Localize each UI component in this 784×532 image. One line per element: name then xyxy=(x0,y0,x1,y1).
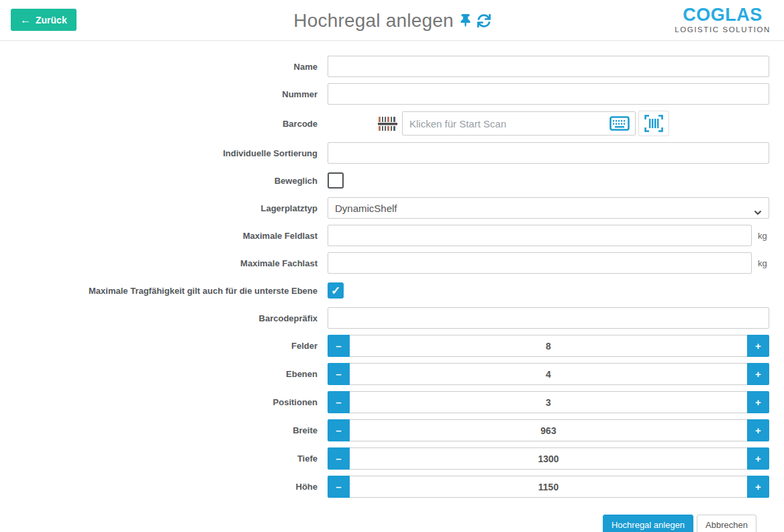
tiefe-value-input[interactable] xyxy=(350,447,747,470)
ebenen-increment-button[interactable]: + xyxy=(747,363,769,385)
tiefe-increment-button[interactable]: + xyxy=(747,447,769,470)
row-positionen: Positionen – + xyxy=(0,391,769,413)
row-sortierung: Individuelle Sortierung xyxy=(0,142,769,164)
row-name: Name xyxy=(0,56,769,77)
hoehe-stepper: – + xyxy=(328,476,769,498)
tragfaehigkeit-checkbox[interactable]: ✓ xyxy=(328,282,344,299)
felder-decrement-button[interactable]: – xyxy=(328,335,350,357)
beweglich-label: Beweglich xyxy=(0,176,317,186)
lagerplatztyp-label: Lagerplatztyp xyxy=(0,203,317,213)
chevron-down-icon xyxy=(754,206,762,217)
barcode-scan-button[interactable] xyxy=(638,111,669,136)
hoehe-increment-button[interactable]: + xyxy=(747,476,769,498)
fachlast-input[interactable] xyxy=(328,252,752,274)
barcode-widget xyxy=(378,111,669,136)
lagerplatztyp-select[interactable]: DynamicShelf xyxy=(328,197,769,219)
feldlast-unit: kg xyxy=(758,231,767,241)
tragfaehigkeit-label: Maximale Tragfähigkeit gilt auch für die… xyxy=(0,286,317,296)
sortierung-label: Individuelle Sortierung xyxy=(0,148,317,158)
row-fachlast: Maximale Fachlast kg xyxy=(0,252,769,274)
barcodepraefix-label: Barcodepräfix xyxy=(0,313,317,323)
sortierung-input[interactable] xyxy=(328,142,769,164)
name-label: Name xyxy=(0,62,317,72)
nummer-input[interactable] xyxy=(328,83,769,105)
barcode-scan-input[interactable] xyxy=(402,111,636,136)
feldlast-input[interactable] xyxy=(328,225,752,246)
cancel-button[interactable]: Abbrechen xyxy=(697,515,756,532)
lagerplatztyp-value: DynamicShelf xyxy=(335,203,397,214)
row-hoehe: Höhe – + xyxy=(0,476,769,498)
checkmark-icon: ✓ xyxy=(331,284,340,298)
felder-stepper: – + xyxy=(328,335,769,357)
row-lagerplatztyp: Lagerplatztyp DynamicShelf xyxy=(0,197,769,219)
felder-value-input[interactable] xyxy=(350,335,747,357)
ebenen-stepper: – + xyxy=(328,363,769,385)
breite-value-input[interactable] xyxy=(350,419,747,441)
row-felder: Felder – + xyxy=(0,335,769,357)
form-area: Name Nummer Barcode xyxy=(0,41,784,532)
feldlast-label: Maximale Feldlast xyxy=(0,231,317,241)
logo-name: COGLAS xyxy=(675,6,771,24)
ebenen-label: Ebenen xyxy=(0,369,317,379)
row-barcode: Barcode xyxy=(0,111,769,136)
breite-increment-button[interactable]: + xyxy=(747,419,769,441)
positionen-increment-button[interactable]: + xyxy=(747,391,769,413)
ebenen-value-input[interactable] xyxy=(350,363,747,385)
keyboard-icon[interactable] xyxy=(609,116,630,131)
barcodepraefix-input[interactable] xyxy=(328,307,769,329)
row-ebenen: Ebenen – + xyxy=(0,363,769,385)
tiefe-label: Tiefe xyxy=(0,454,317,464)
row-beweglich: Beweglich xyxy=(0,170,769,191)
coglas-logo: COGLAS LOGISTIC SOLUTION xyxy=(675,6,771,34)
positionen-label: Positionen xyxy=(0,397,317,407)
page-title: Hochregal anlegen xyxy=(293,10,453,32)
beweglich-checkbox[interactable] xyxy=(328,172,344,189)
title-area: Hochregal anlegen xyxy=(0,0,784,41)
positionen-decrement-button[interactable]: – xyxy=(328,391,350,413)
nummer-label: Nummer xyxy=(0,89,317,99)
fachlast-label: Maximale Fachlast xyxy=(0,258,317,268)
felder-increment-button[interactable]: + xyxy=(747,335,769,357)
name-input[interactable] xyxy=(328,56,769,77)
submit-button[interactable]: Hochregal anlegen xyxy=(603,515,693,532)
row-tiefe: Tiefe – + xyxy=(0,447,769,470)
positionen-value-input[interactable] xyxy=(350,391,747,413)
fachlast-unit: kg xyxy=(758,258,767,268)
row-feldlast: Maximale Feldlast kg xyxy=(0,225,769,246)
tiefe-stepper: – + xyxy=(328,447,769,470)
tiefe-decrement-button[interactable]: – xyxy=(328,447,350,470)
row-tragfaehigkeit: Maximale Tragfähigkeit gilt auch für die… xyxy=(0,280,769,301)
ebenen-decrement-button[interactable]: – xyxy=(328,363,350,385)
row-breite: Breite – + xyxy=(0,419,769,441)
form-actions: Hochregal anlegen Abbrechen xyxy=(0,515,756,532)
hoehe-decrement-button[interactable]: – xyxy=(328,476,350,498)
felder-label: Felder xyxy=(0,341,317,351)
barcode-label: Barcode xyxy=(0,119,317,129)
breite-decrement-button[interactable]: – xyxy=(328,419,350,441)
breite-label: Breite xyxy=(0,425,317,435)
row-nummer: Nummer xyxy=(0,83,769,105)
barcode-lines-icon xyxy=(378,116,397,131)
header: ← Zurück Hochregal anlegen COGLAS LOGIST… xyxy=(0,0,784,41)
positionen-stepper: – + xyxy=(328,391,769,413)
pin-icon[interactable] xyxy=(460,14,471,27)
hoehe-value-input[interactable] xyxy=(350,476,747,498)
breite-stepper: – + xyxy=(328,419,769,441)
refresh-icon[interactable] xyxy=(477,14,491,28)
hoehe-label: Höhe xyxy=(0,482,317,492)
scan-input-wrap xyxy=(402,111,636,136)
logo-tagline: LOGISTIC SOLUTION xyxy=(675,26,771,34)
row-barcodepraefix: Barcodepräfix xyxy=(0,307,769,329)
